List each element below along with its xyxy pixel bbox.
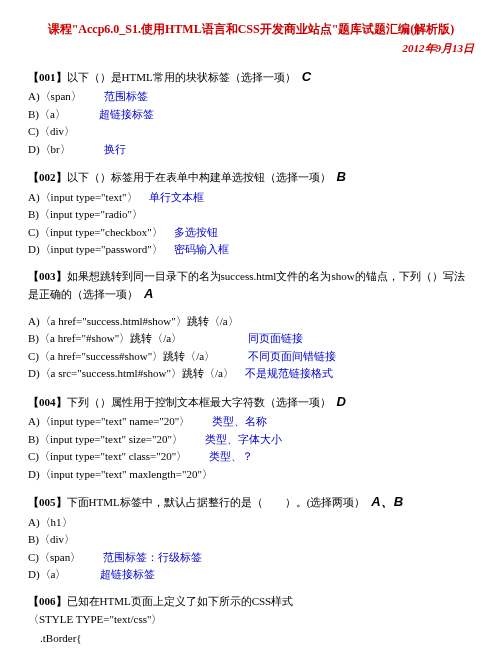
q005-text: 下面HTML标签中，默认占据整行的是（ ）。(选择两项） [67, 496, 366, 508]
q005-option-d: D)〈a〉 超链接标签 [28, 566, 474, 583]
q005-answer: A、B [371, 494, 403, 509]
q001-text: 以下（）是HTML常用的块状标签（选择一项） [67, 71, 296, 83]
document-title: 课程"Accp6.0_S1.使用HTML语言和CSS开发商业站点"题库试题汇编(… [28, 20, 474, 38]
q005-number: 【005】 [28, 496, 67, 508]
q004-option-b: B)〈input type="text" size="20"〉 类型、字体大小 [28, 431, 474, 448]
q001-option-d: D)〈br〉 换行 [28, 141, 474, 158]
q001-option-a: A)〈span〉 范围标签 [28, 88, 474, 105]
q003-header: 【003】如果想跳转到同一目录下的名为success.html文件的名为show… [28, 268, 474, 304]
q003-text: 如果想跳转到同一目录下的名为success.html文件的名为show的锚点，下… [28, 270, 465, 301]
q002-note-d: 密码输入框 [174, 243, 229, 255]
q003-option-d: D)〈a src="success.html#show"〉跳转〈/a〉 不是规范… [28, 365, 474, 382]
q001-note-b: 超链接标签 [99, 108, 154, 120]
q002-option-d: D)〈input type="password"〉 密码输入框 [28, 241, 474, 258]
q005-option-c: C)〈span〉 范围标签：行级标签 [28, 549, 474, 566]
q001-option-c: C)〈div〉 [28, 123, 474, 140]
q001-header: 【001】以下（）是HTML常用的块状标签（选择一项）C [28, 67, 474, 87]
q002-option-a: A)〈input type="text"〉 单行文本框 [28, 189, 474, 206]
q003-answer: A [144, 286, 153, 301]
q002-option-c: C)〈input type="checkbox"〉 多选按钮 [28, 224, 474, 241]
q003-note-d: 不是规范链接格式 [245, 367, 333, 379]
q002-number: 【002】 [28, 171, 67, 183]
q002-answer: B [337, 169, 346, 184]
q005-note-d: 超链接标签 [100, 568, 155, 580]
q004-answer: D [337, 394, 346, 409]
q003-option-b: B)〈a href="#show"〉跳转〈/a〉 同页面链接 [28, 330, 474, 347]
q006-code1: 〈STYLE TYPE="text/css"〉 [28, 611, 474, 628]
q005-note-c: 范围标签：行级标签 [103, 551, 202, 563]
q004-note-a: 类型、名称 [212, 415, 267, 427]
q002-header: 【002】以下（）标签用于在表单中构建单选按钮（选择一项）B [28, 167, 474, 187]
q002-note-c: 多选按钮 [174, 226, 218, 238]
q003-option-c: C)〈a href="success#show"〉跳转〈/a〉 不同页面间错链接 [28, 348, 474, 365]
q004-text: 下列（）属性用于控制文本框最大字符数（选择一项） [67, 396, 331, 408]
q003-number: 【003】 [28, 270, 67, 282]
q001-option-b: B)〈a〉 超链接标签 [28, 106, 474, 123]
q005-option-a: A)〈h1〉 [28, 514, 474, 531]
q001-answer: C [302, 69, 311, 84]
q002-option-b: B)〈input type="radio"〉 [28, 206, 474, 223]
q002-note-a: 单行文本框 [149, 191, 204, 203]
q004-note-c: 类型、？ [209, 450, 253, 462]
q004-note-b: 类型、字体大小 [205, 433, 282, 445]
q005-header: 【005】下面HTML标签中，默认占据整行的是（ ）。(选择两项）A、B [28, 492, 474, 512]
q003-note-b: 同页面链接 [248, 332, 303, 344]
q001-note-d: 换行 [104, 143, 126, 155]
q006-code2: .tBorder{ [28, 630, 474, 647]
q002-text: 以下（）标签用于在表单中构建单选按钮（选择一项） [67, 171, 331, 183]
q006-header: 【006】已知在HTML页面上定义了如下所示的CSS样式 [28, 593, 474, 610]
q001-note-a: 范围标签 [104, 90, 148, 102]
q004-option-c: C)〈input type="text" class="20"〉 类型、？ [28, 448, 474, 465]
q001-number: 【001】 [28, 71, 67, 83]
document-date: 2012年9月13日 [28, 40, 474, 57]
q003-option-a: A)〈a href="success.html#show"〉跳转〈/a〉 [28, 313, 474, 330]
q006-text: 已知在HTML页面上定义了如下所示的CSS样式 [67, 595, 294, 607]
q005-option-b: B)〈div〉 [28, 531, 474, 548]
q006-number: 【006】 [28, 595, 67, 607]
q004-number: 【004】 [28, 396, 67, 408]
q004-header: 【004】下列（）属性用于控制文本框最大字符数（选择一项）D [28, 392, 474, 412]
q004-option-a: A)〈input type="text" name="20"〉 类型、名称 [28, 413, 474, 430]
q004-option-d: D)〈input type="text" maxlength="20"〉 [28, 466, 474, 483]
q003-note-c: 不同页面间错链接 [248, 350, 336, 362]
